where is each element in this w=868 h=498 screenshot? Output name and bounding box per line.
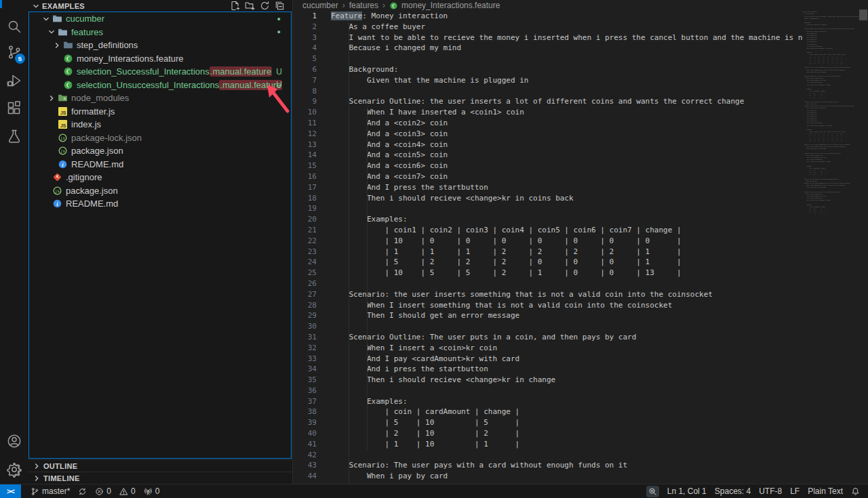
tree-item-step-definitions[interactable]: step_definitions: [28, 39, 292, 52]
line-content: [317, 203, 331, 214]
code-line-40[interactable]: 40 | 2 | 10 | 2 |: [293, 428, 802, 439]
radio-tower-icon: [144, 487, 153, 496]
code-line-10[interactable]: 10 When I have inserted a <coin1> coin: [293, 107, 802, 118]
status-errors[interactable]: 0: [91, 484, 115, 498]
code-line-15[interactable]: 15 And a <coin6> coin: [293, 161, 802, 171]
code-line-26[interactable]: 26: [293, 278, 802, 289]
code-line-25[interactable]: 25 | 10 | 5 | 5 | 2 | 1 | 0 | 0 | 13 |: [293, 268, 802, 278]
tree-item-label: node_modules: [71, 93, 129, 103]
tree-item-node-modules[interactable]: node_modules: [28, 91, 292, 105]
tree-item-readme-md[interactable]: iREADME.md: [28, 158, 292, 171]
code-line-24[interactable]: 24 | 5 | 2 | 2 | 2 | 0 | 0 | 0 | 1 |: [293, 257, 802, 268]
collapse-all-icon[interactable]: [275, 1, 285, 12]
tree-item-package-lock-json[interactable]: jspackage-lock.json: [28, 131, 292, 145]
code-line-36[interactable]: 36: [293, 386, 802, 396]
status-notifications[interactable]: [847, 484, 864, 498]
tree-item-cucumber[interactable]: cucumber●: [28, 12, 292, 26]
tree-item-selection-unsuccessful-interactions[interactable]: selection_Unsuccessful_Interactions.manu…: [28, 79, 292, 92]
code-line-21[interactable]: 21 | coin1 | coin2 | coin3 | coin4 | coi…: [293, 225, 802, 236]
code-editor[interactable]: 1Feature: Money interaction2 As a coffee…: [293, 11, 802, 484]
code-line-35[interactable]: 35 Then i should recieve <change>kr in c…: [293, 375, 802, 386]
code-line-16[interactable]: 16 And a <coin7> coin: [293, 171, 802, 182]
code-line-13[interactable]: 13 And a <coin4> coin: [293, 140, 802, 150]
code-line-39[interactable]: 39 | 5 | 10 | 5 |: [293, 417, 802, 428]
source-control-icon[interactable]: 5: [0, 38, 28, 66]
breadcrumb-separator: ›: [382, 1, 385, 10]
scrollbar-thumb[interactable]: [859, 9, 867, 20]
code-line-19[interactable]: 19: [293, 203, 802, 214]
breadcrumb-item-file[interactable]: money_Interactions.feature: [401, 1, 500, 10]
code-line-11[interactable]: 11 And a <coin2> coin: [293, 118, 802, 129]
breadcrumb-item-cucumber[interactable]: cucumber: [302, 1, 338, 10]
status-language-mode[interactable]: Plain Text: [804, 484, 847, 498]
code-line-3[interactable]: 3 I want to be able to recieve the money…: [293, 33, 802, 43]
refresh-icon[interactable]: [260, 1, 271, 12]
code-line-32[interactable]: 32 When I insert a <coin>kr coin: [293, 343, 802, 354]
code-line-12[interactable]: 12 And a <coin3> coin: [293, 129, 802, 140]
tree-item-package-json[interactable]: jspackage.json: [28, 184, 292, 198]
code-line-44[interactable]: 44 When i pay by card: [293, 471, 802, 482]
status-cursor-position[interactable]: Ln 1, Col 1: [663, 484, 711, 498]
code-line-5[interactable]: 5: [293, 54, 802, 64]
panel-header-timeline[interactable]: TIMELINE: [28, 472, 292, 484]
code-line-9[interactable]: 9 Scenario Outline: the user inserts a l…: [293, 96, 802, 107]
status-encoding[interactable]: UTF-8: [755, 484, 786, 498]
tree-item-features[interactable]: features●: [28, 26, 292, 39]
status-sync[interactable]: [74, 484, 91, 498]
code-line-42[interactable]: 42: [293, 450, 802, 461]
breadcrumb-item-features[interactable]: features: [349, 1, 378, 10]
code-line-29[interactable]: 29 Then I should get an error message: [293, 310, 802, 321]
tree-item-readme-md[interactable]: iREADME.md: [28, 197, 292, 211]
status-warnings[interactable]: 0: [115, 484, 140, 498]
cucumber-icon: [62, 79, 73, 90]
status-eol[interactable]: LF: [786, 484, 804, 498]
editor-scrollbar[interactable]: [862, 0, 868, 484]
tree-item-selection-successful-interactions[interactable]: selection_Successful_Interactions.manual…: [28, 65, 292, 79]
tree-item-money-interactions-feature[interactable]: money_Interactions.feature: [28, 52, 292, 66]
status-remote[interactable]: ><: [0, 484, 21, 498]
code-line-14[interactable]: 14 And a <coin5> coin: [293, 150, 802, 161]
code-line-38[interactable]: 38 | coin | cardAmount | change |: [293, 407, 802, 417]
code-line-7[interactable]: 7 Given that the machine is plugged in: [293, 75, 802, 86]
code-line-2[interactable]: 2 As a coffee buyer: [293, 22, 802, 33]
code-line-20[interactable]: 20 Examples:: [293, 214, 802, 225]
code-line-31[interactable]: 31 Scenario Outline: The user puts in a …: [293, 332, 802, 343]
line-number: 34: [293, 364, 317, 375]
status-zoom[interactable]: [642, 484, 663, 498]
code-line-8[interactable]: 8: [293, 86, 802, 97]
code-line-22[interactable]: 22 | 10 | 0 | 0 | 0 | 0 | 0 | 0 | 0 |: [293, 236, 802, 247]
line-content: Examples:: [317, 214, 408, 225]
code-line-1[interactable]: 1Feature: Money interaction: [293, 11, 802, 22]
testing-icon[interactable]: [0, 122, 28, 150]
tree-item-index-js[interactable]: JSindex.js: [28, 118, 292, 131]
search-icon[interactable]: [0, 12, 28, 41]
account-icon[interactable]: [0, 427, 28, 455]
status-indentation[interactable]: Spaces: 4: [711, 484, 755, 498]
explorer-section-header[interactable]: EXAMPLES: [28, 0, 292, 12]
extensions-icon[interactable]: [0, 94, 28, 122]
code-line-18[interactable]: 18 Then i should recieve <change>kr in c…: [293, 193, 802, 204]
code-line-17[interactable]: 17 And I press the startbutton: [293, 182, 802, 193]
code-line-4[interactable]: 4 Because i changed my mind: [293, 43, 802, 54]
code-line-28[interactable]: 28 When I insert something that is not a…: [293, 300, 802, 311]
tree-item-formatter-js[interactable]: JSformatter.js: [28, 105, 292, 119]
minimap[interactable]: Feature: Money interaction As a coffee b…: [802, 11, 862, 484]
settings-icon[interactable]: [0, 455, 28, 484]
code-line-37[interactable]: 37 Examples:: [293, 396, 802, 407]
code-line-27[interactable]: 27 Scenario: the user inserts something …: [293, 289, 802, 300]
code-line-30[interactable]: 30: [293, 321, 802, 332]
code-line-6[interactable]: 6 Background:: [293, 64, 802, 75]
status-ports[interactable]: 0: [140, 484, 164, 498]
run-debug-icon[interactable]: [0, 66, 28, 95]
code-line-43[interactable]: 43 Scenario: The user pays with a card w…: [293, 460, 802, 471]
code-line-23[interactable]: 23 | 1 | 1 | 1 | 2 | 2 | 2 | 2 | 1 |: [293, 247, 802, 257]
tree-item--gitignore[interactable]: .gitignore: [28, 171, 292, 184]
code-line-41[interactable]: 41 | 1 | 10 | 1 |: [293, 439, 802, 450]
panel-header-outline[interactable]: OUTLINE: [28, 459, 292, 472]
new-file-icon[interactable]: [230, 1, 241, 12]
new-folder-icon[interactable]: [245, 1, 256, 12]
code-line-34[interactable]: 34 And i press the startbutton: [293, 364, 802, 375]
status-branch[interactable]: master*: [26, 484, 74, 498]
tree-item-package-json[interactable]: jspackage.json: [28, 144, 292, 158]
code-line-33[interactable]: 33 And I pay <cardAmount>kr with card: [293, 354, 802, 365]
